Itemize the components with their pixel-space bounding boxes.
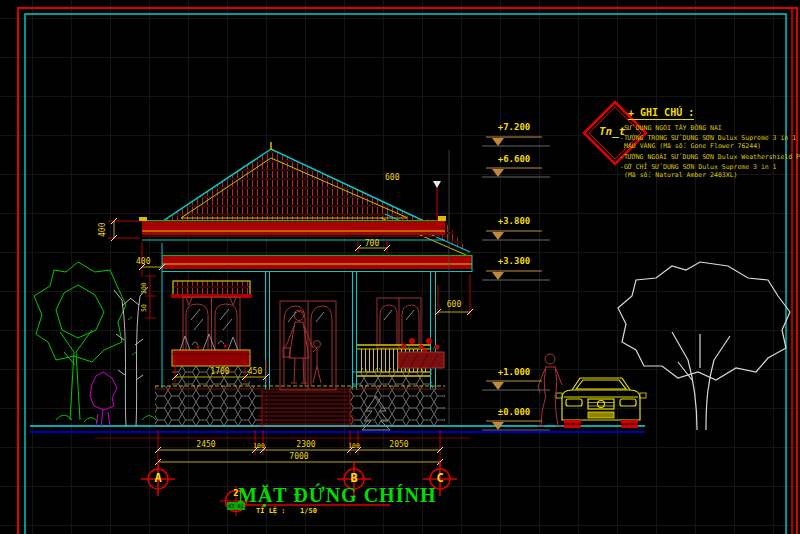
- level-label: +1.000: [486, 368, 542, 377]
- entrance-door: [280, 301, 336, 390]
- left-planter: [172, 334, 250, 366]
- main-roof: [163, 142, 470, 255]
- porch-fascia: [162, 255, 472, 272]
- dim-bay-1: 2450: [186, 441, 226, 449]
- axis-label-a: A: [146, 472, 170, 484]
- note-line: -TƯỜNG TRONG SỬ DỤNG SƠN Dulux Supreme 3…: [620, 135, 796, 142]
- axis-label-b: B: [342, 472, 366, 484]
- dim-right-overhang: 600: [440, 301, 468, 309]
- cad-viewport[interactable]: +7.200 +6.600 +3.800 +3.300 +1.000 ±0.00…: [0, 0, 800, 534]
- axis-label-c: C: [428, 472, 452, 484]
- notes-header: + GHI CHÚ :: [628, 108, 694, 120]
- elevation-drawing: [0, 0, 800, 534]
- drawing-title: MẶT ĐỨNG CHÍNH: [238, 485, 436, 505]
- level-label: +3.800: [486, 217, 542, 226]
- green-tree: [34, 262, 156, 422]
- right-tree: [618, 262, 790, 430]
- dim-bay-gap-2: 100: [343, 443, 365, 450]
- left-window: [183, 297, 240, 352]
- scale-label: TỈ LỆ :: [256, 508, 286, 515]
- dim-molding-b: 50: [141, 304, 148, 312]
- level-label: +7.200: [486, 123, 542, 132]
- car: [556, 378, 646, 428]
- scale-value: 1/50: [300, 508, 317, 515]
- dim-porch-overhang: 400: [136, 258, 150, 266]
- dim-bay-2: 2300: [286, 441, 326, 449]
- dim-molding-a: 200: [141, 282, 148, 294]
- note-line: -SỬ DỤNG NGÓI TÂY ĐỒNG NAI: [620, 125, 722, 132]
- note-line: MÀU VÀNG (Mã số: Gone Flower 76244): [624, 143, 761, 150]
- level-label: +3.300: [486, 257, 542, 266]
- dim-window-gap: 450: [242, 368, 268, 376]
- dim-eave-drop: 600: [385, 174, 399, 182]
- dim-bay-3: 2050: [379, 441, 419, 449]
- level-label: +6.600: [486, 155, 542, 164]
- dim-window-width: 1700: [200, 368, 240, 376]
- note-line: -GỜ CHỈ SỬ DỤNG SƠN Dulux Supreme 3 in 1: [620, 164, 777, 171]
- dim-total-width: 7000: [279, 453, 319, 461]
- note-line: -TƯỜNG NGOÀI SỬ DỤNG SƠN Dulux Weathersh…: [620, 154, 800, 161]
- entrance-steps: [256, 390, 356, 426]
- dim-fascia-height: 400: [99, 223, 107, 237]
- level-label: ±0.000: [486, 408, 542, 417]
- ground-lines: [30, 426, 645, 438]
- dim-bay-gap-1: 100: [248, 443, 270, 450]
- dim-column-offset: 700: [357, 240, 387, 248]
- level-markers: [449, 137, 550, 430]
- note-line: (Mã số: Natural Amber 2403XL): [624, 172, 738, 179]
